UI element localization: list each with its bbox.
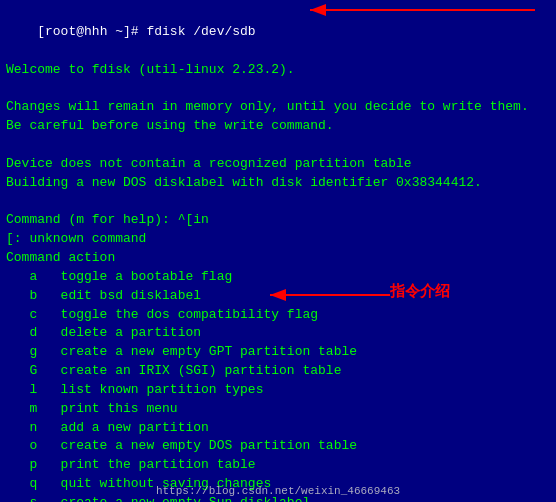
prompt-line: [root@hhh ~]# fdisk /dev/sdb xyxy=(6,4,550,61)
prompt-text: [root@hhh ~]# fdisk /dev/sdb xyxy=(37,24,255,39)
cmd-a-line: a toggle a bootable flag xyxy=(6,268,550,287)
cmd-c-line: c toggle the dos compatibility flag xyxy=(6,306,550,325)
cmd-m-line: m print this menu xyxy=(6,400,550,419)
cmd-d-line: d delete a partition xyxy=(6,324,550,343)
careful-line: Be careful before using the write comman… xyxy=(6,117,550,136)
blank3 xyxy=(6,192,550,211)
welcome-line: Welcome to fdisk (util-linux 2.23.2). xyxy=(6,61,550,80)
device-line: Device does not contain a recognized par… xyxy=(6,155,550,174)
building-line: Building a new DOS disklabel with disk i… xyxy=(6,174,550,193)
changes-line: Changes will remain in memory only, unti… xyxy=(6,98,550,117)
unknown-line: [: unknown command xyxy=(6,230,550,249)
cmd-G-line: G create an IRIX (SGI) partition table xyxy=(6,362,550,381)
command-action-line: Command action xyxy=(6,249,550,268)
command-prompt-line: Command (m for help): ^[in xyxy=(6,211,550,230)
cmd-n-line: n add a new partition xyxy=(6,419,550,438)
blank1 xyxy=(6,79,550,98)
cmd-o-line: o create a new empty DOS partition table xyxy=(6,437,550,456)
cmd-p-line: p print the partition table xyxy=(6,456,550,475)
watermark: https://blog.csdn.net/weixin_46669463 xyxy=(156,484,400,500)
cmd-l-line: l list known partition types xyxy=(6,381,550,400)
terminal-window: [root@hhh ~]# fdisk /dev/sdb Welcome to … xyxy=(0,0,556,502)
cmd-g-line: g create a new empty GPT partition table xyxy=(6,343,550,362)
annotation-text: 指令介绍 xyxy=(390,280,450,302)
cmd-b-line: b edit bsd disklabel xyxy=(6,287,550,306)
blank2 xyxy=(6,136,550,155)
